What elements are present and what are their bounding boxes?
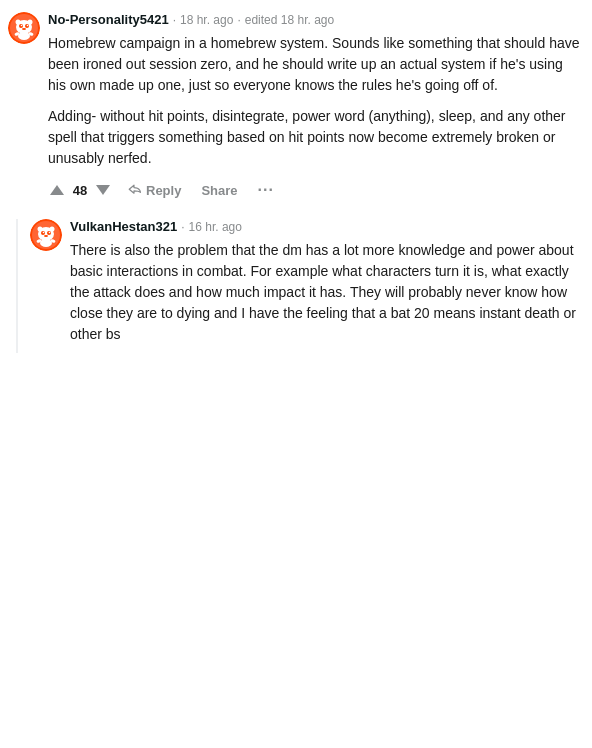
meta-separator-1: · <box>173 13 176 27</box>
comment-paragraph-2: Adding- without hit points, disintegrate… <box>48 106 580 169</box>
comment-paragraph-1: Homebrew campaign in a homebrew system. … <box>48 33 580 96</box>
comment-timestamp: 18 hr. ago <box>180 13 233 27</box>
vote-controls: 48 <box>48 183 112 198</box>
reply-label: Reply <box>146 183 181 198</box>
comment-actions: 48 Reply Share ··· <box>48 177 580 203</box>
comment-username[interactable]: VulkanHestan321 <box>70 219 177 234</box>
svg-point-22 <box>44 235 48 237</box>
share-label: Share <box>201 183 237 198</box>
share-button[interactable]: Share <box>195 179 243 202</box>
svg-point-16 <box>38 227 43 232</box>
downvote-button[interactable] <box>94 183 112 197</box>
more-icon: ··· <box>258 181 274 198</box>
svg-point-20 <box>43 232 45 234</box>
upvote-button[interactable] <box>48 183 66 197</box>
more-button[interactable]: ··· <box>252 177 280 203</box>
comment-item: No-Personality5421 · 18 hr. ago · edited… <box>8 12 580 203</box>
comment-item: VulkanHestan321 · 16 hr. ago There is al… <box>30 219 580 353</box>
vote-count: 48 <box>70 183 90 198</box>
meta-separator-1: · <box>181 220 184 234</box>
comment-thread: No-Personality5421 · 18 hr. ago · edited… <box>0 0 592 381</box>
svg-point-8 <box>27 25 29 27</box>
comment-body: VulkanHestan321 · 16 hr. ago There is al… <box>70 219 580 353</box>
downvote-icon <box>96 185 110 195</box>
avatar <box>30 219 62 251</box>
svg-point-17 <box>50 227 55 232</box>
comment-meta: VulkanHestan321 · 16 hr. ago <box>70 219 580 234</box>
svg-point-3 <box>16 20 21 25</box>
comment-meta: No-Personality5421 · 18 hr. ago · edited… <box>48 12 580 27</box>
comment-timestamp: 16 hr. ago <box>189 220 242 234</box>
comment-username[interactable]: No-Personality5421 <box>48 12 169 27</box>
reply-button[interactable]: Reply <box>120 178 187 202</box>
avatar <box>8 12 40 44</box>
nested-comment-container: VulkanHestan321 · 16 hr. ago There is al… <box>16 219 580 353</box>
svg-point-21 <box>49 232 51 234</box>
svg-point-10 <box>18 32 30 40</box>
meta-separator-2: · <box>237 13 240 27</box>
comment-text: There is also the problem that the dm ha… <box>70 240 580 345</box>
comment-paragraph-1: There is also the problem that the dm ha… <box>70 240 580 345</box>
reply-icon <box>126 182 142 198</box>
upvote-icon <box>50 185 64 195</box>
comment-text: Homebrew campaign in a homebrew system. … <box>48 33 580 169</box>
svg-point-7 <box>21 25 23 27</box>
svg-point-9 <box>22 28 26 30</box>
comment-edited: edited 18 hr. ago <box>245 13 334 27</box>
svg-point-23 <box>40 239 52 247</box>
svg-point-4 <box>28 20 33 25</box>
comment-body: No-Personality5421 · 18 hr. ago · edited… <box>48 12 580 203</box>
